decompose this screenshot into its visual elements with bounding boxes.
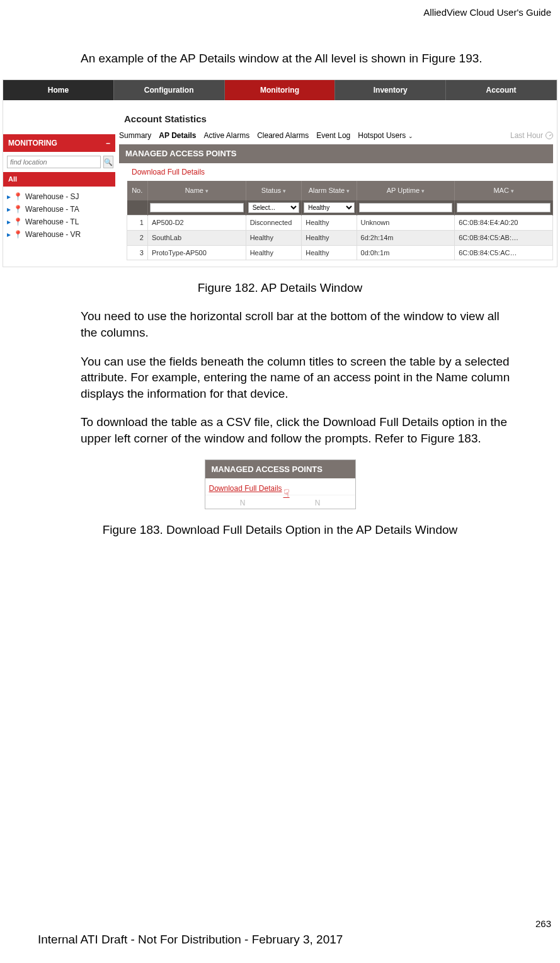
col-status[interactable]: Status▾ — [246, 181, 302, 200]
table-row[interactable]: 3ProtoType-AP500HealthyHealthy0d:0h:1m6C… — [127, 245, 553, 260]
top-nav: Home Configuration Monitoring Inventory … — [3, 80, 557, 100]
tree-item[interactable]: ▸📍Warehouse - TA — [7, 203, 111, 216]
pin-icon: 📍 — [13, 229, 23, 239]
download-details-screenshot: MANAGED ACCESS POINTS Download Full Deta… — [205, 459, 356, 509]
managed-ap-header: MANAGED ACCESS POINTS — [119, 144, 553, 163]
para-download: To download the table as a CSV file, cli… — [81, 414, 516, 446]
sort-icon: ▾ — [421, 188, 425, 194]
location-search-input[interactable] — [7, 156, 101, 168]
page-number: 263 — [535, 918, 551, 930]
monitoring-header: MONITORING– — [3, 134, 115, 152]
nav-account[interactable]: Account — [446, 80, 557, 100]
para-filter: You can use the fields beneath the colum… — [81, 354, 516, 402]
ap-details-screenshot: Home Configuration Monitoring Inventory … — [3, 79, 557, 267]
ap-table: No. Name▾ Status▾ Alarm State▾ AP Uptime… — [127, 181, 553, 260]
filter-uptime[interactable] — [359, 203, 453, 212]
time-range[interactable]: Last Hour — [510, 130, 553, 141]
caret-icon: ▸ — [7, 229, 11, 239]
col-mac[interactable]: MAC▾ — [455, 181, 553, 200]
pin-icon: 📍 — [13, 217, 23, 227]
col-name[interactable]: Name▾ — [147, 181, 246, 200]
tab-hotspot-users[interactable]: Hotspot Users ⌄ — [358, 130, 413, 141]
tab-summary[interactable]: Summary — [119, 130, 151, 141]
doc-header: AlliedView Cloud User's Guide — [423, 6, 551, 19]
caret-icon: ▸ — [7, 204, 11, 214]
caret-icon: ▸ — [7, 192, 11, 202]
filter-mac[interactable] — [457, 203, 551, 212]
table-row[interactable]: 1AP500-D2DisconnectedHealthyUnknown6C:0B… — [127, 215, 553, 230]
col-no[interactable]: No. — [127, 181, 148, 200]
download-full-details-link[interactable]: Download Full Details — [119, 163, 553, 181]
pin-icon: 📍 — [13, 204, 23, 214]
intro-para: An example of the AP Details window at t… — [81, 50, 516, 67]
tab-ap-details[interactable]: AP Details — [159, 130, 196, 141]
tab-cleared-alarms[interactable]: Cleared Alarms — [257, 130, 309, 141]
tree-item[interactable]: ▸📍Warehouse - TL — [7, 216, 111, 228]
nav-inventory[interactable]: Inventory — [335, 80, 446, 100]
sort-icon: ▾ — [283, 188, 286, 194]
search-icon[interactable]: 🔍 — [103, 156, 113, 168]
col-alarm[interactable]: Alarm State▾ — [302, 181, 357, 200]
chevron-down-icon: ⌄ — [408, 133, 413, 139]
managed-ap-header: MANAGED ACCESS POINTS — [205, 460, 355, 479]
tab-event-log[interactable]: Event Log — [316, 130, 350, 141]
figure-caption-182: Figure 182. AP Details Window — [0, 280, 560, 296]
subtabs: Summary AP Details Active Alarms Cleared… — [119, 130, 553, 144]
filter-alarm[interactable]: Healthy — [304, 202, 354, 213]
sort-icon: ▾ — [511, 188, 514, 194]
pin-icon: 📍 — [13, 192, 23, 202]
filter-status[interactable]: Select... — [248, 202, 300, 213]
nav-home[interactable]: Home — [3, 80, 114, 100]
partial-col: N — [205, 498, 280, 508]
tree-all[interactable]: All — [3, 172, 115, 187]
para-scroll: You need to use the horizontal scroll ba… — [81, 308, 516, 340]
nav-config[interactable]: Configuration — [114, 80, 225, 100]
tree-item[interactable]: ▸📍Warehouse - SJ — [7, 190, 111, 203]
table-row[interactable]: 2SouthLabHealthyHealthy6d:2h:14m6C:0B:84… — [127, 230, 553, 245]
tree-item[interactable]: ▸📍Warehouse - VR — [7, 228, 111, 241]
footer-notice: Internal ATI Draft - Not For Distributio… — [38, 931, 343, 948]
download-full-details-link[interactable]: Download Full Details ☟ — [205, 478, 355, 495]
col-uptime[interactable]: AP Uptime▾ — [357, 181, 455, 200]
partial-col: N — [280, 498, 355, 508]
tab-active-alarms[interactable]: Active Alarms — [203, 130, 249, 141]
clock-icon — [546, 132, 553, 139]
collapse-icon[interactable]: – — [106, 138, 110, 148]
page-title: Account Statistics — [119, 103, 553, 130]
filter-name[interactable] — [150, 203, 244, 212]
location-tree: ▸📍Warehouse - SJ ▸📍Warehouse - TA ▸📍Ware… — [3, 187, 115, 267]
figure-caption-183: Figure 183. Download Full Details Option… — [0, 522, 560, 538]
sort-icon: ▾ — [346, 188, 350, 194]
caret-icon: ▸ — [7, 217, 11, 227]
nav-monitoring[interactable]: Monitoring — [225, 80, 336, 100]
sort-icon: ▾ — [205, 188, 209, 194]
